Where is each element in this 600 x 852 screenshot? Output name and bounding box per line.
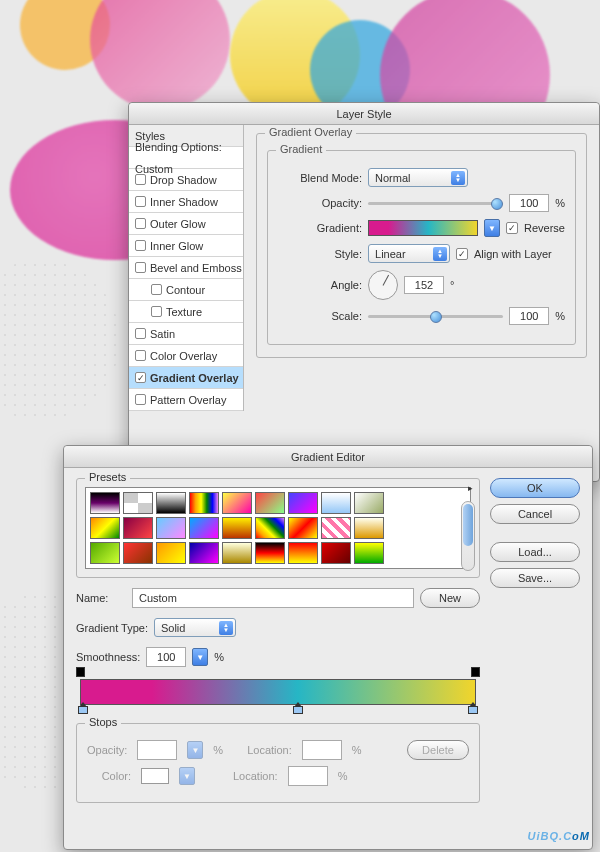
dialog-title[interactable]: Gradient Editor	[64, 446, 592, 468]
opacity-input[interactable]: 100	[509, 194, 549, 212]
save-button[interactable]: Save...	[490, 568, 580, 588]
preset-swatch[interactable]	[123, 517, 153, 539]
smoothness-label: Smoothness:	[76, 651, 140, 663]
preset-swatch[interactable]	[156, 517, 186, 539]
select-arrows-icon: ▲▼	[433, 247, 447, 261]
gradient-type-select[interactable]: Solid ▲▼	[154, 618, 236, 637]
preset-swatch[interactable]	[222, 542, 252, 564]
style-item[interactable]: Bevel and Emboss	[129, 257, 243, 279]
stop-location-input[interactable]	[288, 766, 328, 786]
presets-menu-icon[interactable]: ▸	[468, 483, 473, 493]
scale-input[interactable]: 100	[509, 307, 549, 325]
smoothness-dropdown-icon[interactable]: ▼	[192, 648, 208, 666]
new-button[interactable]: New	[420, 588, 480, 608]
style-item[interactable]: Contour	[129, 279, 243, 301]
preset-swatch[interactable]	[222, 492, 252, 514]
blend-mode-select[interactable]: Normal ▲▼	[368, 168, 468, 187]
checkbox[interactable]	[135, 262, 146, 273]
style-item-label: Inner Glow	[150, 235, 203, 257]
cancel-button[interactable]: Cancel	[490, 504, 580, 524]
angle-input[interactable]: 152	[404, 276, 444, 294]
opacity-stop[interactable]	[471, 667, 480, 677]
reverse-checkbox[interactable]	[506, 222, 518, 234]
group-title: Gradient	[276, 143, 326, 155]
style-item[interactable]: Color Overlay	[129, 345, 243, 367]
checkbox[interactable]	[135, 218, 146, 229]
preset-swatch[interactable]	[321, 492, 351, 514]
blending-options-row[interactable]: Blending Options: Custom	[129, 147, 243, 169]
preset-swatch[interactable]	[90, 492, 120, 514]
stop-color-swatch[interactable]	[141, 768, 169, 784]
style-item[interactable]: Inner Glow	[129, 235, 243, 257]
name-input[interactable]: Custom	[132, 588, 414, 608]
dropdown-icon[interactable]: ▼	[179, 767, 195, 785]
checkbox[interactable]	[135, 350, 146, 361]
preset-swatch[interactable]	[123, 492, 153, 514]
preset-swatch[interactable]	[288, 542, 318, 564]
checkbox[interactable]	[151, 284, 162, 295]
checkbox[interactable]	[135, 328, 146, 339]
dropdown-icon[interactable]: ▼	[187, 741, 203, 759]
color-stop[interactable]	[293, 706, 303, 718]
preset-swatch[interactable]	[321, 517, 351, 539]
style-item[interactable]: Inner Shadow	[129, 191, 243, 213]
gradient-swatch[interactable]	[368, 220, 478, 236]
style-item[interactable]: Pattern Overlay	[129, 389, 243, 411]
preset-swatch[interactable]	[288, 492, 318, 514]
color-stop[interactable]	[468, 706, 478, 718]
scale-slider[interactable]	[368, 309, 503, 323]
style-item[interactable]: Outer Glow	[129, 213, 243, 235]
style-item-label: Drop Shadow	[150, 169, 217, 191]
preset-swatch[interactable]	[255, 492, 285, 514]
preset-swatch[interactable]	[255, 542, 285, 564]
preset-swatch[interactable]	[321, 542, 351, 564]
smoothness-input[interactable]: 100	[146, 647, 186, 667]
preset-swatch[interactable]	[90, 542, 120, 564]
align-checkbox[interactable]	[456, 248, 468, 260]
stop-location-input[interactable]	[302, 740, 342, 760]
preset-swatch[interactable]	[354, 542, 384, 564]
angle-dial[interactable]	[368, 270, 398, 300]
style-select[interactable]: Linear ▲▼	[368, 244, 450, 263]
stop-opacity-input[interactable]	[137, 740, 177, 760]
style-item-label: Gradient Overlay	[150, 367, 239, 389]
gradient-type-value: Solid	[161, 622, 185, 634]
presets-grid	[85, 487, 471, 569]
checkbox[interactable]	[135, 372, 146, 383]
preset-swatch[interactable]	[189, 517, 219, 539]
preset-swatch[interactable]	[255, 517, 285, 539]
checkbox[interactable]	[135, 240, 146, 251]
gradient-bar[interactable]	[80, 679, 476, 705]
preset-swatch[interactable]	[156, 492, 186, 514]
preset-swatch[interactable]	[288, 517, 318, 539]
dot-pattern	[0, 260, 120, 420]
scrollbar-thumb[interactable]	[463, 504, 473, 546]
select-arrows-icon: ▲▼	[451, 171, 465, 185]
dialog-title[interactable]: Layer Style	[129, 103, 599, 125]
checkbox[interactable]	[135, 196, 146, 207]
gradient-dropdown-icon[interactable]: ▼	[484, 219, 500, 237]
preset-swatch[interactable]	[189, 542, 219, 564]
style-item[interactable]: Gradient Overlay	[129, 367, 243, 389]
stop-location-label: Location:	[247, 744, 292, 756]
presets-scrollbar[interactable]	[461, 501, 475, 571]
ok-button[interactable]: OK	[490, 478, 580, 498]
checkbox[interactable]	[135, 394, 146, 405]
align-label: Align with Layer	[474, 248, 552, 260]
preset-swatch[interactable]	[354, 517, 384, 539]
preset-swatch[interactable]	[156, 542, 186, 564]
preset-swatch[interactable]	[189, 492, 219, 514]
style-item[interactable]: Texture	[129, 301, 243, 323]
opacity-stop[interactable]	[76, 667, 85, 677]
preset-swatch[interactable]	[222, 517, 252, 539]
style-item[interactable]: Satin	[129, 323, 243, 345]
checkbox[interactable]	[151, 306, 162, 317]
preset-swatch[interactable]	[354, 492, 384, 514]
delete-button[interactable]: Delete	[407, 740, 469, 760]
preset-swatch[interactable]	[90, 517, 120, 539]
load-button[interactable]: Load...	[490, 542, 580, 562]
checkbox[interactable]	[135, 174, 146, 185]
opacity-slider[interactable]	[368, 196, 503, 210]
preset-swatch[interactable]	[123, 542, 153, 564]
style-item-label: Inner Shadow	[150, 191, 218, 213]
